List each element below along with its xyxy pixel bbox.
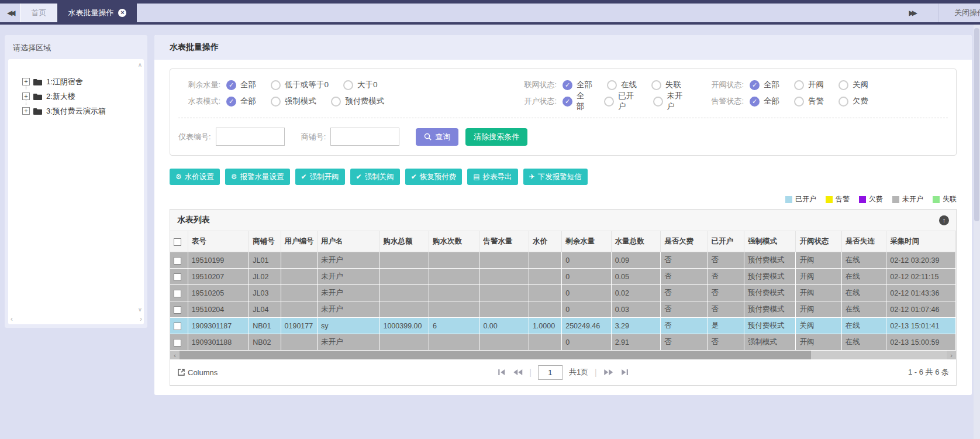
radio-option[interactable]: ✓ 全部	[563, 91, 589, 112]
radio-option[interactable]: 已开户	[604, 91, 638, 112]
scrollbar-thumb[interactable]	[180, 351, 811, 359]
radio-checked-icon[interactable]: ✓	[750, 97, 760, 107]
scrollbar-right-icon[interactable]: ›	[947, 351, 956, 359]
tree-node[interactable]: + 1:江阴宿舍	[22, 74, 138, 89]
radio-checked-icon[interactable]: ✓	[563, 97, 572, 107]
column-header[interactable]: 购水次数	[429, 231, 479, 252]
radio-option[interactable]: 告警	[794, 96, 824, 107]
radio-unchecked-icon[interactable]	[838, 80, 848, 90]
column-header[interactable]: 是否欠费	[661, 231, 708, 252]
tree-scroll-left-icon[interactable]: ‹	[11, 315, 13, 323]
scroll-tabs-left-icon[interactable]: ◀◀	[0, 4, 20, 22]
radio-option[interactable]: 在线	[607, 80, 637, 90]
column-header[interactable]: 用户编号	[281, 231, 317, 252]
radio-option[interactable]: ✓ 全部	[750, 96, 779, 107]
radio-option[interactable]: 低于或等于0	[271, 80, 329, 90]
radio-option[interactable]: 大于0	[343, 80, 378, 90]
column-header[interactable]: 剩余水量	[562, 231, 611, 252]
tree-node[interactable]: + 3:预付费云演示箱	[22, 104, 138, 118]
radio-unchecked-icon[interactable]	[271, 97, 281, 107]
tab-water-meter-batch[interactable]: 水表批量操作 ×	[57, 4, 137, 22]
column-header[interactable]: 表号	[188, 231, 249, 252]
action-button[interactable]: ✔ 强制关阀	[350, 169, 400, 185]
shop-number-input[interactable]	[330, 128, 399, 146]
action-button[interactable]: ✈ 下发报警短信	[523, 169, 588, 185]
table-row[interactable]: 19510205JL03未开户00.02否否预付费模式开阀在线02-12 01:…	[170, 285, 956, 301]
tree-scroll-up-icon[interactable]: ∧	[138, 61, 142, 68]
columns-button[interactable]: Columns	[177, 368, 218, 377]
radio-unchecked-icon[interactable]	[271, 80, 281, 90]
row-checkbox[interactable]	[174, 290, 181, 297]
column-header[interactable]: 是否失连	[841, 231, 886, 252]
radio-option[interactable]: 失联	[651, 80, 681, 90]
radio-unchecked-icon[interactable]	[794, 97, 804, 107]
row-checkbox[interactable]	[174, 323, 181, 330]
column-header[interactable]: 商铺号	[249, 231, 281, 252]
tree-node[interactable]: + 2:新大楼	[22, 89, 138, 104]
column-header[interactable]: 用户名	[317, 231, 379, 252]
close-operations-button[interactable]: 关闭操作	[939, 4, 980, 22]
radio-option[interactable]: 预付费模式	[331, 96, 385, 107]
radio-unchecked-icon[interactable]	[653, 97, 663, 107]
meter-number-input[interactable]	[216, 128, 285, 146]
column-header[interactable]: 购水总额	[379, 231, 429, 252]
radio-option[interactable]: ✓ 全部	[226, 96, 256, 107]
radio-unchecked-icon[interactable]	[343, 80, 353, 90]
radio-option[interactable]: ✓ 全部	[226, 80, 256, 90]
page-number-input[interactable]	[538, 365, 563, 380]
tree-expand-icon[interactable]: +	[22, 78, 30, 85]
radio-checked-icon[interactable]: ✓	[226, 80, 236, 90]
tree-expand-icon[interactable]: +	[22, 107, 30, 115]
row-checkbox[interactable]	[174, 339, 181, 347]
row-checkbox[interactable]	[174, 273, 181, 281]
last-page-icon[interactable]	[620, 369, 629, 376]
page-scrollbar-thumb[interactable]	[974, 28, 979, 221]
action-button[interactable]: ✔ 恢复预付费	[405, 169, 463, 185]
first-page-icon[interactable]	[498, 369, 506, 376]
radio-unchecked-icon[interactable]	[838, 97, 848, 107]
column-header[interactable]: 采集时间	[886, 231, 956, 252]
tree-scroll-right-icon[interactable]: ›	[140, 315, 142, 323]
radio-unchecked-icon[interactable]	[331, 97, 341, 107]
tree-scroll-down-icon[interactable]: ∨	[138, 306, 142, 313]
tab-home[interactable]: 首页	[20, 4, 57, 22]
scroll-tabs-right-icon[interactable]: ▶▶	[886, 4, 938, 22]
action-button[interactable]: ⚙ 报警水量设置	[225, 169, 290, 185]
radio-checked-icon[interactable]: ✓	[750, 80, 760, 90]
row-checkbox[interactable]	[174, 306, 181, 314]
table-row[interactable]: 1909301187NB010190177sy1000399.0060.001.…	[170, 318, 956, 334]
column-header[interactable]: 水量总数	[611, 231, 660, 252]
radio-unchecked-icon[interactable]	[604, 97, 614, 107]
clear-search-button[interactable]: 清除搜索条件	[465, 128, 527, 146]
column-header[interactable]: 强制模式	[744, 231, 795, 252]
next-page-icon[interactable]	[603, 369, 613, 376]
table-row[interactable]: 19510207JL02未开户00.05否否预付费模式开阀在线02-12 02:…	[170, 269, 956, 285]
radio-option[interactable]: ✓ 全部	[563, 80, 592, 90]
table-horizontal-scrollbar[interactable]: ‹ ›	[170, 351, 956, 359]
radio-checked-icon[interactable]: ✓	[226, 97, 236, 107]
radio-option[interactable]: ✓ 全部	[750, 80, 779, 90]
column-header[interactable]: 开阀状态	[796, 231, 841, 252]
radio-option[interactable]: 强制模式	[271, 96, 316, 107]
tree-expand-icon[interactable]: +	[22, 92, 30, 100]
table-row[interactable]: 1909301188NB02未开户02.91否否强制模式开阀在线02-13 15…	[170, 334, 956, 351]
column-header[interactable]: 已开户	[708, 231, 744, 252]
collapse-up-icon[interactable]: ↑	[939, 215, 949, 225]
search-button[interactable]: 查询	[416, 128, 458, 146]
radio-option[interactable]: 开阀	[794, 80, 824, 90]
close-tab-icon[interactable]: ×	[118, 9, 126, 17]
row-checkbox[interactable]	[174, 257, 181, 265]
action-button[interactable]: ✔ 强制开阀	[295, 169, 345, 185]
radio-option[interactable]: 未开户	[653, 91, 687, 112]
column-header[interactable]: 水价	[529, 231, 561, 252]
radio-unchecked-icon[interactable]	[794, 80, 804, 90]
prev-page-icon[interactable]	[513, 369, 523, 376]
scrollbar-left-icon[interactable]: ‹	[170, 351, 180, 359]
action-button[interactable]: ▤ 抄表导出	[467, 169, 517, 185]
radio-option[interactable]: 关阀	[838, 80, 868, 90]
action-button[interactable]: ⚙ 水价设置	[170, 169, 220, 185]
page-vertical-scrollbar[interactable]	[974, 25, 980, 439]
radio-checked-icon[interactable]: ✓	[563, 80, 572, 90]
table-row[interactable]: 19510204JL04未开户00.03否否预付费模式开阀在线02-12 01:…	[170, 301, 956, 318]
select-all-checkbox[interactable]	[174, 238, 181, 246]
